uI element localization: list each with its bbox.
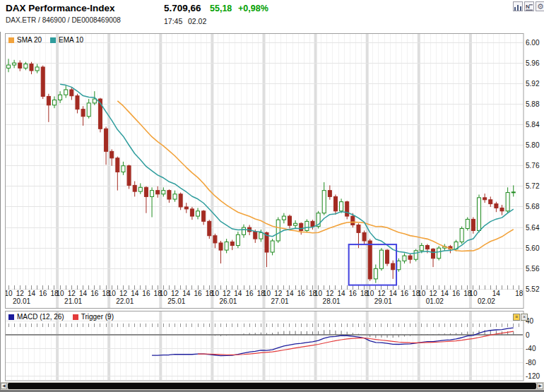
candle-body (47, 96, 50, 105)
candle-body (105, 129, 108, 151)
candle-body (489, 200, 492, 204)
time-axis-label: 14 (492, 290, 501, 297)
day-separator (263, 34, 266, 308)
candle-body (52, 100, 56, 105)
date-axis-label: 27.01 (271, 297, 289, 305)
time-axis-label: 12 (377, 290, 386, 297)
chart-canvas[interactable]: 6.005.965.925.885.845.805.765.725.685.64… (0, 0, 544, 392)
time-axis-label: 10 (418, 290, 426, 297)
date-axis-label: 29.01 (374, 297, 392, 305)
candle-body (374, 268, 377, 279)
candle-body (495, 204, 498, 208)
candle-body (506, 193, 509, 211)
time-axis-label: 12 (326, 290, 334, 297)
candle-body (478, 198, 481, 231)
candle-body (471, 219, 475, 230)
time-axis-label: 14 (338, 290, 346, 297)
candle-body (368, 241, 372, 279)
candle-body (133, 185, 136, 191)
time-axis-label: 16 (246, 290, 254, 297)
candle-body (87, 103, 90, 117)
price-axis-label: 5.64 (526, 224, 540, 232)
time-axis-label: 12 (119, 290, 128, 297)
bar-chart-glyph (514, 4, 521, 11)
time-axis-label: 12 (171, 290, 179, 297)
price-axis-label: 5.56 (526, 265, 540, 273)
price-axis-label: 5.88 (526, 100, 540, 108)
quote-date: 02.02 (188, 17, 206, 25)
candle-body (236, 234, 240, 245)
candle-body (437, 248, 441, 259)
time-axis-label: 10 (108, 290, 117, 297)
candle-body (345, 202, 349, 216)
time-axis-label: 12 (68, 290, 76, 297)
last-price: 5.709,66 (164, 3, 201, 13)
price-axis-label: 5.80 (526, 141, 540, 149)
day-separator (107, 311, 110, 380)
candle-body (483, 198, 487, 200)
candle-body (242, 227, 246, 234)
ema-swatch (50, 37, 56, 43)
day-separator (418, 311, 420, 380)
time-axis-label: 12 (274, 290, 283, 297)
instrument-title: DAX Performance-Index (6, 3, 115, 13)
candle-body (24, 64, 28, 69)
candle-body (208, 221, 211, 235)
candle-body (403, 256, 406, 261)
candle-body (414, 251, 418, 259)
news-glyph: N (526, 4, 533, 11)
time-axis-label: 14 (389, 290, 398, 297)
candle-body (30, 64, 33, 71)
candle-body (311, 221, 314, 226)
candle-body (81, 109, 85, 117)
time-axis-label: 14 (234, 290, 242, 297)
price-axis-label: 5.52 (526, 285, 540, 293)
date-axis-label: 01.02 (426, 297, 444, 305)
time-axis-label: 10 (263, 290, 271, 297)
candle-body (288, 216, 291, 225)
candle-body (328, 191, 331, 197)
candle-body (190, 209, 194, 216)
macd-properties-button[interactable]: ≡ (513, 314, 520, 321)
day-separator (107, 34, 110, 308)
candle-body (64, 90, 68, 95)
candle-body (460, 229, 463, 242)
candle-body (333, 196, 337, 210)
settings-icon[interactable]: ⚙ (536, 1, 544, 11)
bar-chart-icon[interactable] (513, 1, 523, 11)
candle-body (127, 166, 131, 186)
scroll-left-button[interactable]: ◀ (1, 383, 7, 389)
candle-body (116, 158, 119, 172)
time-axis-label: 10 (4, 290, 13, 297)
candle-body (425, 246, 429, 249)
candle-body (162, 191, 165, 194)
price-axis-label: 5.96 (526, 59, 540, 67)
time-axis-label: 14 (28, 290, 36, 297)
date-axis-label: 25.01 (167, 297, 185, 305)
scroll-right-button[interactable]: ▶ (537, 383, 543, 389)
macd-close-button[interactable]: × (521, 314, 528, 321)
date-axis-label: 21.01 (64, 297, 82, 305)
day-separator (418, 34, 420, 308)
time-axis-label: 16 (194, 290, 202, 297)
candle-body (362, 232, 366, 241)
day-separator (211, 34, 213, 308)
gear-glyph: ⚙ (537, 2, 544, 11)
candle-body (93, 99, 96, 103)
candle-body (173, 194, 177, 199)
time-axis-label: 10 (57, 290, 65, 297)
price-axis-label: 5.92 (526, 80, 540, 88)
time-axis-label: 16 (39, 290, 47, 297)
news-icon[interactable]: N (524, 1, 534, 11)
time-axis-label: 12 (223, 290, 231, 297)
day-separator (56, 311, 59, 380)
scrollbar-thumb[interactable] (8, 383, 536, 389)
candle-body (144, 187, 148, 196)
candle-body (184, 207, 188, 209)
candle-body (300, 223, 303, 230)
candle-body (259, 232, 263, 239)
macd-axis-label: -120 (526, 372, 540, 380)
time-axis-label: 10 (211, 290, 220, 297)
macd-swatch (8, 314, 14, 320)
date-axis-label: 22.01 (116, 297, 134, 305)
